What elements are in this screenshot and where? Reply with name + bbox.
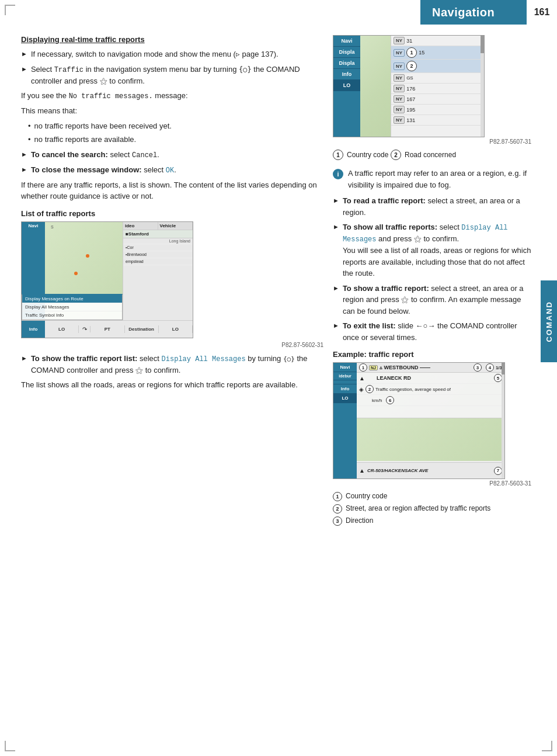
traffic-row-2: NY 2 [391, 60, 484, 73]
traffic-row-6: NY 195 [391, 105, 484, 115]
list-shows-para: The list shows all the roads, areas or r… [21, 379, 323, 391]
menu-area: Display Messages on Route Display All Me… [22, 294, 123, 320]
sb-displa2: Displa [333, 58, 360, 69]
long-island-label: Long Island [123, 238, 193, 244]
ex-label-text-3: Direction [346, 516, 373, 526]
ex-sb-lo: LO [333, 394, 357, 403]
description-row: ◈ 2 Traffic congestion, average speed of [357, 384, 504, 395]
badge-7: 7 [494, 467, 502, 475]
num-badge-2: 2 [406, 61, 417, 71]
bullet-arrow-cancel: ► [21, 150, 27, 161]
row-num-0: 31 [406, 38, 412, 44]
scroll-thumb [481, 36, 484, 53]
side-tab-comand: COMAND [541, 280, 557, 362]
bottom-icon: ▲ [359, 467, 365, 474]
row-num-1: 15 [419, 50, 424, 56]
right-panel: ideo Vehicle ■Stamford Long Island •Cor … [123, 222, 193, 320]
bottom-lo: LO [45, 325, 79, 333]
example-label-2: 2 Street, area or region affected by tra… [333, 504, 531, 514]
nav-screen-1: Navi Displa Displa Info LO NY 31 NY 1 15 [333, 35, 485, 137]
two-column-layout: Displaying real-time traffic reports ► I… [21, 35, 531, 528]
traffic-row-5: NY 167 [391, 94, 484, 105]
row-num-6: 195 [406, 107, 415, 113]
bullet-show-all: ► To show all traffic reports: select Di… [333, 221, 531, 279]
badge-3-header: 3 [474, 363, 482, 372]
right-column: Navi Displa Displa Info LO NY 31 NY 1 15 [333, 35, 531, 528]
main-content: Displaying real-time traffic reports ► I… [16, 29, 536, 534]
bullet-show-list: ► To show the traffic report list: selec… [21, 353, 323, 376]
example-sidebar: Navi idebur Info LO [333, 363, 357, 478]
right-header: ideo Vehicle [123, 222, 193, 230]
badge-ny-1: NY [394, 49, 405, 57]
header-bar: Navigation 161 [0, 0, 557, 25]
list-section-heading: List of traffic reports [21, 209, 323, 218]
road-icon: ▲ [359, 375, 365, 382]
example-bottom-bar: ▲ CR-503/HACKENSACK AVE 7 [357, 462, 504, 478]
info-icon: i [333, 169, 343, 179]
badge-ny-2: NY [394, 63, 405, 70]
traffic-description: Traffic congestion, average speed of [375, 387, 451, 392]
menu-traffic-symbol[interactable]: Traffic Symbol Info [22, 311, 122, 320]
bullet-text-cancel: To cancel the search: select Cancel. [31, 149, 323, 161]
sb-lo: LO [333, 80, 360, 91]
menu-display-route[interactable]: Display Messages on Route [22, 295, 122, 303]
example-label-1: 1 Country code [333, 491, 531, 501]
report-header: 1 NJ ▵ WESTBOUND —— 3 4 1/3 [357, 363, 504, 373]
if-traffic-para: If there are any traffic reports, a list… [21, 179, 323, 202]
bottom-bar: Info LO ↷ PT Destination LO [22, 320, 193, 338]
row-num-5: 167 [406, 96, 415, 102]
ex-sb-empty [333, 380, 357, 384]
bullet-cancel: ► To cancel the search: select Cancel. [21, 149, 323, 161]
screen2-caption: P82.87-5602-31 [21, 342, 323, 348]
this-means-text: This means that: [21, 105, 323, 117]
bullet-arrow-exit: ► [333, 321, 339, 343]
bullet-arrow-2: ► [21, 64, 27, 87]
traffic-row-0: NY 31 [391, 36, 484, 46]
label-road-concerned: 2 Road concerned [391, 150, 456, 160]
spacer [357, 406, 504, 418]
ex-sb-idebur: idebur [333, 372, 357, 380]
bullet-exit-list: ► To exit the list: slide ←○→ the COMAND… [333, 320, 531, 343]
page-number: 161 [525, 0, 557, 25]
dot-item-2: • no traffic reports are available. [28, 134, 323, 145]
badge-ny-6: NY [394, 106, 405, 113]
menu-display-all[interactable]: Display All Messages [22, 303, 122, 311]
cor-label: •Cor [123, 244, 193, 251]
road-name-row: ▲ LEANECK RD 5 [357, 373, 504, 384]
example-scroll-thumb [502, 363, 504, 374]
state-badge: NJ [369, 365, 378, 370]
speed-unit: km/h [359, 398, 382, 403]
map-dot-1 [86, 254, 89, 258]
traffic-panel: NY 31 NY 1 15 NY 2 NY GS [391, 36, 484, 137]
header-title-area: Navigation [420, 0, 525, 25]
road-name: LEANECK RD [377, 375, 411, 381]
section-heading-traffic: Displaying real-time traffic reports [21, 35, 323, 44]
badge-ny-0: NY [394, 37, 405, 44]
empstead-label: empstead [123, 258, 193, 265]
bullet-arrow-read: ► [333, 196, 339, 218]
scrollbar [481, 36, 484, 137]
label-text-2: Road concerned [405, 151, 456, 159]
bullet-arrow-show: ► [21, 353, 27, 376]
bottom-info: Info [22, 321, 45, 338]
ex-label-text-1: Country code [346, 491, 387, 501]
bullet-text-all: To show all traffic reports: select Disp… [343, 221, 531, 279]
report-overlay: 1 NJ ▵ WESTBOUND —— 3 4 1/3 ▲ LEANECK RD… [357, 363, 504, 418]
label-country-code: 1 Country code [333, 150, 388, 160]
left-column: Displaying real-time traffic reports ► I… [21, 35, 323, 528]
badge-4-header: 4 [486, 363, 494, 372]
sb-info: Info [333, 69, 360, 80]
bullet-read-report: ► To read a traffic report: select a str… [333, 195, 531, 218]
bottom-dest: Destination [125, 325, 159, 333]
bullet-text-2: Select Traffic in the navigation system … [31, 64, 323, 87]
bullet-item-1: ► If necessary, switch to navigation mod… [21, 48, 323, 60]
dot-item-1: • no traffic reports have been received … [28, 120, 323, 132]
row-num-4: 176 [406, 86, 415, 92]
bottom-pt: PT [90, 325, 124, 333]
nav-sidebar: Navi Displa Displa Info LO [333, 36, 360, 137]
info-block: i A traffic report may refer to an area … [333, 168, 531, 190]
dot-2: • [28, 134, 31, 145]
page-title: Navigation [432, 6, 495, 19]
bullet-item-2: ► Select Traffic in the navigation syste… [21, 64, 323, 87]
info-text: A traffic report may refer to an area or… [348, 168, 531, 190]
